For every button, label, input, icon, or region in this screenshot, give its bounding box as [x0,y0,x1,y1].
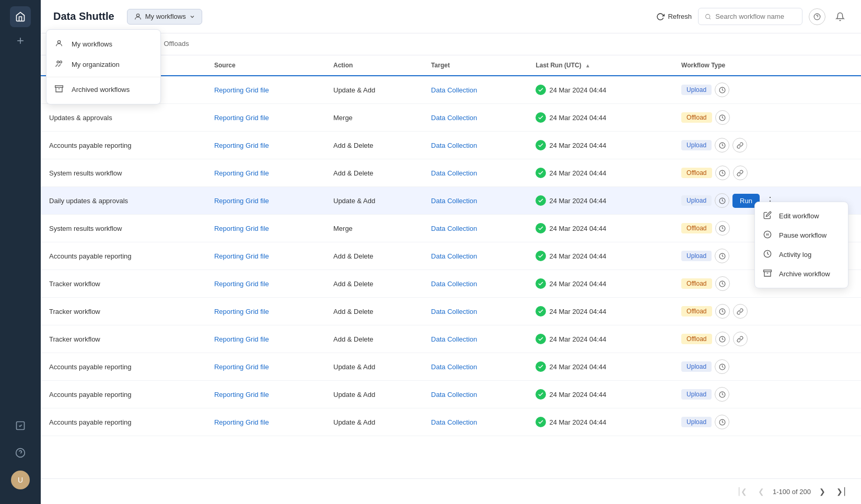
svg-point-6 [706,14,710,18]
search-input[interactable] [715,13,796,20]
link-icon[interactable] [733,166,748,180]
workflow-type-badge: Upload [681,140,712,150]
header-actions: Refresh [656,8,848,25]
schedule-icon[interactable] [715,249,729,263]
target-link[interactable]: Data Collection [431,363,477,371]
context-archive-workflow[interactable]: Archive workflow [755,264,848,284]
context-pause-workflow[interactable]: Pause workflow [755,226,848,245]
target-link[interactable]: Data Collection [431,391,477,398]
schedule-icon[interactable] [715,83,729,97]
schedule-icon[interactable] [715,359,729,374]
last-run-cell: 24 Mar 2024 04:44 [527,325,673,353]
target-link[interactable]: Data Collection [431,86,477,94]
last-run-value: 24 Mar 2024 04:44 [549,197,606,205]
workflow-name-cell: System results workflow [41,159,206,187]
source-cell: Reporting Grid file [206,270,325,298]
dropdown-my-organization[interactable]: My organization [46,54,160,75]
source-link[interactable]: Reporting Grid file [214,280,269,288]
schedule-icon[interactable] [715,221,730,236]
sidebar-home-button[interactable] [10,6,31,27]
sidebar-check-icon[interactable] [11,416,30,435]
tab-offloads[interactable]: Offloads [156,33,197,55]
target-link[interactable]: Data Collection [431,114,477,122]
workflow-type-cell: Upload [673,408,861,436]
refresh-button[interactable]: Refresh [656,13,692,21]
search-box[interactable] [698,8,802,25]
target-link[interactable]: Data Collection [431,280,477,288]
action-cell: Update & Add [325,353,423,381]
workflow-name-cell: Accounts payable reporting [41,242,206,270]
main-content: Data Shuttle My workflows Re [41,0,861,504]
status-success-dot [536,85,546,95]
workflow-type-actions: Upload [681,387,853,402]
schedule-icon[interactable] [715,415,729,429]
schedule-icon[interactable] [715,304,730,319]
sidebar-add-button[interactable] [11,31,30,50]
last-run-value: 24 Mar 2024 04:44 [549,363,606,371]
help-button[interactable] [809,8,825,25]
context-edit-workflow[interactable]: Edit workflow [755,206,848,226]
workflow-type-actions: Upload [681,83,853,97]
last-run-value: 24 Mar 2024 04:44 [549,335,606,343]
source-link[interactable]: Reporting Grid file [214,391,269,398]
action-cell: Merge [325,215,423,242]
col-source: Source [206,55,325,76]
source-link[interactable]: Reporting Grid file [214,86,269,94]
pagination: ⎮❮ ❮ 1-100 of 200 ❯ ❯⎮ [41,478,861,504]
user-avatar[interactable]: U [11,471,30,489]
schedule-icon[interactable] [715,387,729,402]
source-link[interactable]: Reporting Grid file [214,335,269,343]
target-link[interactable]: Data Collection [431,169,477,177]
last-page-button[interactable]: ❯⎮ [834,484,848,499]
context-activity-log[interactable]: Activity log [755,245,848,264]
last-run-value: 24 Mar 2024 04:44 [549,114,606,122]
source-link[interactable]: Reporting Grid file [214,197,269,205]
source-link[interactable]: Reporting Grid file [214,308,269,315]
source-link[interactable]: Reporting Grid file [214,142,269,149]
target-link[interactable]: Data Collection [431,142,477,149]
source-link[interactable]: Reporting Grid file [214,252,269,260]
status-success-dot [536,251,546,261]
dropdown-my-workflows[interactable]: My workflows [46,34,160,54]
status-success-dot [536,417,546,427]
edit-icon [763,211,773,221]
workflow-type-badge: Offload [681,278,712,289]
source-cell: Reporting Grid file [206,353,325,381]
notifications-button[interactable] [832,8,848,25]
target-link[interactable]: Data Collection [431,335,477,343]
schedule-icon[interactable] [715,138,729,153]
target-cell: Data Collection [423,353,527,381]
prev-page-button[interactable]: ❮ [754,484,769,499]
source-link[interactable]: Reporting Grid file [214,169,269,177]
link-icon[interactable] [733,332,748,346]
schedule-icon[interactable] [715,110,730,125]
source-link[interactable]: Reporting Grid file [214,418,269,426]
link-icon[interactable] [733,304,748,319]
app-title: Data Shuttle [53,10,114,22]
first-page-button[interactable]: ⎮❮ [735,484,750,499]
link-icon[interactable] [732,138,747,153]
schedule-icon[interactable] [715,166,730,180]
workflow-selector[interactable]: My workflows [127,9,202,25]
col-last-run[interactable]: Last Run (UTC) ▲ [527,55,673,76]
schedule-icon[interactable] [715,276,730,291]
source-link[interactable]: Reporting Grid file [214,114,269,122]
target-cell: Data Collection [423,298,527,325]
source-link[interactable]: Reporting Grid file [214,225,269,232]
table-row: Updates & approvalsReporting Grid fileMe… [41,104,861,132]
target-link[interactable]: Data Collection [431,225,477,232]
dropdown-archived-workflows[interactable]: Archived workflows [46,79,160,100]
workflow-type-cell: Offload [673,298,861,325]
schedule-icon[interactable] [715,193,729,208]
target-link[interactable]: Data Collection [431,252,477,260]
source-link[interactable]: Reporting Grid file [214,363,269,371]
schedule-icon[interactable] [715,332,730,346]
target-link[interactable]: Data Collection [431,197,477,205]
table-row: System results workflowReporting Grid fi… [41,215,861,242]
source-cell: Reporting Grid file [206,298,325,325]
status-success-dot [536,140,546,150]
target-link[interactable]: Data Collection [431,308,477,315]
sidebar-help-icon[interactable] [11,443,30,462]
next-page-button[interactable]: ❯ [815,484,830,499]
target-link[interactable]: Data Collection [431,418,477,426]
